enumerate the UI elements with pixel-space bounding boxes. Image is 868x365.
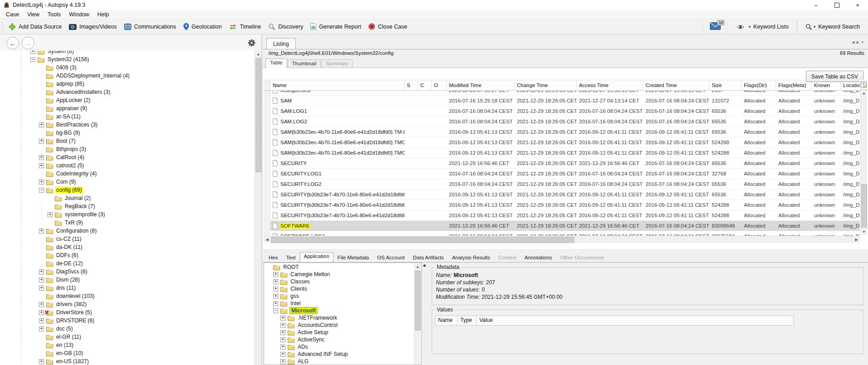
registry-tree-item[interactable]: +Active Setup — [264, 329, 415, 336]
directory-tree-item[interactable]: +el-GR (11) — [0, 333, 255, 341]
splitter-collapse-icon[interactable]: ◀ — [423, 263, 425, 268]
back-button[interactable]: ← — [6, 37, 19, 49]
values-column-header-value[interactable]: Value — [477, 316, 794, 326]
expand-icon[interactable]: + — [280, 323, 285, 328]
forward-button[interactable]: → — [22, 37, 34, 49]
collapse-icon[interactable]: − — [273, 308, 278, 313]
table-row[interactable]: SAM2016-07-16 15:25:18 CEST2021-12-29 18… — [264, 96, 860, 106]
geolocation-button[interactable]: Geolocation — [180, 21, 226, 32]
directory-tree-item[interactable]: +cs-CZ (11) — [0, 235, 255, 243]
directory-tree-item[interactable]: +Dism (28) — [0, 276, 255, 284]
directory-tree-item[interactable]: +Journal (2) — [0, 194, 255, 202]
registry-scrollbar[interactable]: ▲ — [414, 263, 421, 364]
registry-tree-item[interactable]: +Classes — [264, 278, 415, 285]
tree-scrollbar[interactable]: ▲ — [255, 51, 261, 365]
registry-tree-item[interactable]: −Microsoft — [264, 307, 415, 314]
directory-tree-item[interactable]: +System (6) — [0, 51, 255, 55]
keyword-search-button[interactable]: ▾ Keyword Search — [802, 22, 863, 32]
directory-tree-item[interactable]: +CodeIntegrity (4) — [0, 170, 255, 178]
viewer-tab-data-artifacts[interactable]: Data Artifacts — [409, 253, 448, 262]
table-row[interactable]: SOFTWARE2021-12-29 16:56:46 CET2021-12-2… — [264, 221, 860, 231]
scroll-right-icon[interactable]: ▶ — [853, 236, 860, 243]
maximize-button[interactable] — [826, 0, 847, 10]
registry-tree-item[interactable]: +.NETFramework — [264, 314, 415, 321]
viewer-splitter[interactable]: ◀ — [422, 263, 428, 365]
view-tab-thumbnail[interactable]: Thumbnail — [288, 59, 321, 68]
expand-icon[interactable]: + — [280, 337, 285, 342]
expand-icon[interactable]: + — [39, 229, 44, 234]
viewer-tab-file-metadata[interactable]: File Metadata — [333, 253, 373, 262]
directory-tree-item[interactable]: +DriverStore (5) — [0, 308, 255, 316]
scroll-up-icon[interactable]: ▲ — [415, 263, 421, 270]
expand-icon[interactable]: + — [273, 272, 278, 277]
table-row[interactable]: SECURITY.LOG12016-07-16 08:04:24 CEST202… — [264, 169, 860, 179]
tab-scroll-controls[interactable]: ◀▶▾ — [852, 40, 865, 44]
registry-tree-item[interactable]: +ADs — [264, 343, 415, 350]
table-hscrollbar-thumb[interactable] — [271, 237, 574, 243]
close-button[interactable]: × — [847, 0, 868, 10]
collapse-icon[interactable]: − — [39, 188, 44, 193]
expand-icon[interactable]: + — [39, 163, 44, 168]
menu-view[interactable]: View — [23, 10, 43, 19]
registry-tree-item[interactable]: +Clients — [264, 285, 415, 292]
table-row[interactable]: SECURITY2021-12-29 16:56:46 CET2021-12-2… — [264, 158, 860, 169]
viewer-tab-hex[interactable]: Hex — [265, 253, 282, 262]
expand-icon[interactable]: + — [39, 286, 44, 291]
scroll-up-icon[interactable]: ▲ — [861, 90, 867, 96]
registry-scrollbar-thumb[interactable] — [415, 271, 421, 331]
directory-tree-item[interactable]: +dns (11) — [0, 284, 255, 292]
scroll-down-icon[interactable]: ▼ — [861, 229, 867, 235]
registry-tree-item[interactable]: +ALG — [264, 358, 415, 365]
view-tab-table[interactable]: Table — [265, 58, 287, 68]
collapse-icon[interactable]: − — [30, 57, 35, 62]
directory-tree-item[interactable]: +downlevel (103) — [0, 292, 255, 300]
directory-tree-item[interactable]: +BestPractices (3) — [0, 121, 255, 129]
registry-tree-item[interactable]: +AccountsControl — [264, 321, 415, 329]
directory-tree-item[interactable]: +adprep (85) — [0, 80, 255, 88]
expand-icon[interactable]: + — [39, 155, 44, 160]
menu-tools[interactable]: Tools — [43, 10, 65, 19]
table-row[interactable]: SECURITY.LOG22016-07-16 08:04:24 CEST202… — [264, 179, 860, 190]
viewer-tab-os-account[interactable]: OS Account — [373, 253, 409, 262]
directory-tree-item[interactable]: +bg-BG (9) — [0, 129, 255, 137]
directory-tree-item[interactable]: +CatRoot (4) — [0, 153, 255, 161]
directory-tree-item[interactable]: +da-DK (11) — [0, 243, 255, 251]
directory-tree-item[interactable]: +DiagSvcs (8) — [0, 268, 255, 276]
column-settings-icon[interactable] — [860, 80, 867, 90]
directory-tree-item[interactable]: +Configuration (8) — [0, 227, 255, 235]
inbox-button[interactable]: 10 — [710, 22, 721, 31]
column-header-created-time[interactable]: Created Time — [643, 80, 709, 90]
expand-icon[interactable]: + — [39, 139, 44, 144]
expand-icon[interactable]: + — [280, 330, 285, 335]
directory-tree-item[interactable]: +ADDSDeployment_Internal (4) — [0, 72, 255, 80]
expand-icon[interactable]: + — [280, 359, 285, 364]
table-row[interactable]: SOFTWARE.LOG12016-07-16 08:04:24 CEST202… — [264, 231, 860, 236]
table-row[interactable]: SAM.LOG22016-07-16 08:04:24 CEST2021-12-… — [264, 117, 860, 127]
generate-report-button[interactable]: Generate Report — [307, 21, 365, 32]
expand-icon[interactable]: + — [39, 269, 44, 274]
images-videos-button[interactable]: Images/Videos — [65, 22, 120, 32]
expand-icon[interactable]: + — [273, 294, 278, 299]
timeline-button[interactable]: Timeline — [225, 22, 265, 32]
directory-tree-item[interactable]: +en-GB (10) — [0, 349, 255, 357]
table-horizontal-scrollbar[interactable]: ◀ ▶ — [264, 236, 860, 243]
expand-icon[interactable]: + — [280, 345, 285, 350]
table-row[interactable]: SECURITY{b30b23e7-4b70-11e6-80e6-e41d2d1… — [264, 190, 860, 200]
table-row[interactable]: SECURITY{b30b23e7-4b70-11e6-80e6-e41d2d1… — [264, 210, 860, 221]
column-header-modified-time[interactable]: Modified Time — [447, 80, 515, 90]
registry-tree-item[interactable]: +gss — [264, 292, 415, 300]
directory-tree-item[interactable]: +AppLocker (2) — [0, 96, 255, 104]
values-column-header-type[interactable]: Type — [458, 316, 477, 326]
table-row[interactable]: SAM{b30b23ec-4b70-11e6-80e6-e41d2d18dfd0… — [264, 148, 860, 158]
values-column-header-name[interactable]: Name — [435, 316, 458, 326]
expand-icon[interactable]: + — [48, 212, 53, 217]
registry-tree-item[interactable]: +Carnegie Mellon — [264, 271, 415, 278]
directory-tree-item[interactable]: +TxR (9) — [0, 219, 255, 227]
expand-icon[interactable]: + — [39, 180, 44, 185]
expand-icon[interactable]: + — [273, 287, 278, 292]
tree-scrollbar-thumb[interactable] — [256, 58, 261, 172]
viewer-tab-annotations[interactable]: Annotations — [521, 253, 556, 262]
column-header-access-time[interactable]: Access Time — [577, 80, 643, 90]
directory-tree-item[interactable]: +RegBack (7) — [0, 202, 255, 210]
table-vertical-scrollbar[interactable]: ▲ ▼ — [860, 90, 867, 235]
